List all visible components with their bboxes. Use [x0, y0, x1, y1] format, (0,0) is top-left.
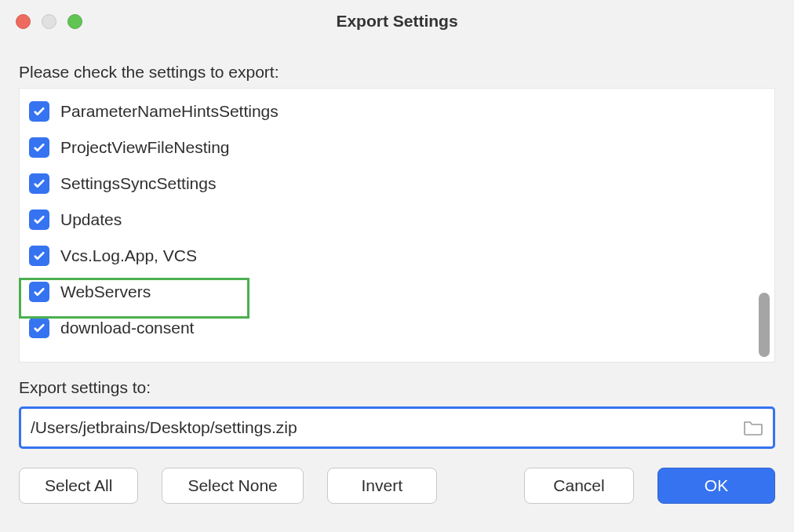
folder-icon — [743, 419, 763, 436]
export-path-field-wrapper — [19, 406, 775, 449]
check-icon — [32, 104, 46, 118]
list-item[interactable]: Updates — [20, 202, 774, 238]
list-item[interactable]: Vcs.Log.App, VCS — [20, 238, 774, 274]
window-maximize-button[interactable] — [67, 14, 82, 29]
traffic-lights — [16, 14, 82, 29]
cancel-button[interactable]: Cancel — [524, 468, 634, 504]
settings-list[interactable]: ParameterNameHintsSettings ProjectViewFi… — [19, 88, 775, 363]
checkbox[interactable] — [29, 137, 49, 158]
list-item-label: Updates — [60, 210, 122, 229]
checkbox[interactable] — [29, 173, 49, 194]
list-item[interactable]: download-consent — [20, 310, 774, 346]
ok-button[interactable]: OK — [657, 468, 775, 504]
list-item-label: SettingsSyncSettings — [60, 174, 216, 193]
select-none-button[interactable]: Select None — [162, 468, 303, 504]
export-to-label: Export settings to: — [19, 378, 775, 397]
settings-list-inner: ParameterNameHintsSettings ProjectViewFi… — [20, 89, 774, 351]
checkbox[interactable] — [29, 210, 49, 230]
checkbox[interactable] — [29, 318, 49, 338]
list-item[interactable]: SettingsSyncSettings — [20, 166, 774, 202]
list-item[interactable]: ParameterNameHintsSettings — [20, 93, 774, 129]
list-item-label: ParameterNameHintsSettings — [60, 102, 279, 121]
instruction-label: Please check the settings to export: — [19, 63, 775, 82]
window-minimize-button[interactable] — [42, 14, 56, 29]
list-item[interactable]: ProjectViewFileNesting — [20, 129, 774, 166]
checkbox[interactable] — [29, 282, 49, 302]
scrollbar-thumb[interactable] — [759, 293, 770, 357]
titlebar: Export Settings — [0, 0, 794, 38]
check-icon — [32, 140, 46, 155]
content-area: Please check the settings to export: Par… — [0, 38, 794, 532]
list-item-label: ProjectViewFileNesting — [60, 138, 230, 157]
check-icon — [32, 285, 46, 299]
select-all-button[interactable]: Select All — [19, 468, 138, 504]
check-icon — [32, 177, 46, 191]
checkbox[interactable] — [29, 246, 49, 266]
list-item-label: WebServers — [60, 282, 151, 301]
window-close-button[interactable] — [16, 14, 31, 29]
browse-folder-button[interactable] — [741, 417, 765, 438]
window-title: Export Settings — [336, 7, 457, 31]
check-icon — [32, 249, 46, 263]
check-icon — [32, 213, 46, 227]
invert-button[interactable]: Invert — [327, 468, 437, 504]
list-item-label: download-consent — [60, 319, 194, 337]
list-item[interactable]: WebServers — [20, 274, 774, 310]
check-icon — [32, 321, 46, 335]
list-item-label: Vcs.Log.App, VCS — [60, 246, 197, 265]
export-settings-window: Export Settings Please check the setting… — [0, 0, 794, 532]
button-row: Select All Select None Invert Cancel OK — [19, 468, 775, 519]
checkbox[interactable] — [29, 101, 49, 122]
export-path-input[interactable] — [31, 418, 735, 437]
